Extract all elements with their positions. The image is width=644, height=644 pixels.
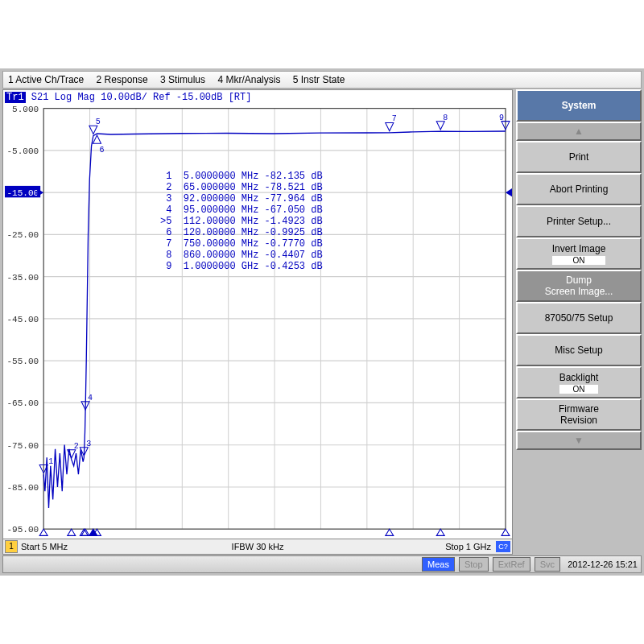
backlight-label: Backlight [559,372,599,383]
s21-chart: 5.000-5.000-15.00-25.00-35.00-45.00-55.0… [3,90,512,554]
status-extref: ExtRef [493,557,530,572]
menu-stimulus[interactable]: 3 Stimulus [155,72,210,88]
svg-text:4: 4 [88,394,93,402]
correction-badge[interactable]: C? [496,541,510,552]
plot-footer: 1 Start 5 MHz IFBW 30 kHz Stop 1 GHz C? [3,539,512,554]
status-bar: Meas Stop ExtRef Svc 2012-12-26 15:21 [2,555,642,573]
svg-text:-95.00: -95.00 [6,525,39,535]
plot-panel[interactable]: Tr1 S21 Log Mag 10.00dB/ Ref -15.00dB [R… [2,89,513,555]
menu-mkr-analysis[interactable]: 4 Mkr/Analysis [213,72,285,88]
svg-text:7: 7 [392,114,397,123]
menu-response[interactable]: 2 Response [92,72,153,88]
svg-text:-5.000: -5.000 [6,147,39,156]
svg-marker-45 [93,135,101,143]
svg-text:-65.00: -65.00 [6,398,39,408]
softkey-title: System [516,89,642,122]
printer-setup-button[interactable]: Printer Setup... [516,205,642,237]
invert-image-button[interactable]: Invert ImageON [516,237,642,270]
menu-instr-state[interactable]: 5 Instr State [288,72,350,88]
abort-printing-button[interactable]: Abort Printing [516,173,642,205]
firmware-revision-button[interactable]: Firmware Revision [516,398,642,431]
backlight-button[interactable]: BacklightON [516,366,642,398]
svg-text:-45.00: -45.00 [6,315,39,324]
app-window: 1 Active Ch/Trace 2 Response 3 Stimulus … [0,68,644,576]
invert-image-label: Invert Image [552,243,606,254]
status-meas[interactable]: Meas [422,557,455,572]
status-stop[interactable]: Stop [459,557,489,572]
content-area: Tr1 S21 Log Mag 10.00dB/ Ref -15.00dB [R… [2,89,642,555]
87050-75-setup-button[interactable]: 87050/75 Setup [516,302,642,334]
stop-freq-label: Stop 1 GHz [445,539,491,554]
svg-marker-63 [502,529,510,535]
svg-text:-35.00: -35.00 [6,273,39,283]
svg-marker-58 [81,529,89,535]
svg-marker-47 [386,122,394,130]
svg-marker-53 [37,188,43,196]
backlight-value: ON [559,385,599,394]
svg-text:-25.00: -25.00 [6,230,39,240]
svg-text:5: 5 [96,118,101,126]
svg-text:6: 6 [99,145,104,154]
softkey-scroll-down[interactable]: ▼ [516,431,642,450]
main-menubar[interactable]: 1 Active Ch/Trace 2 Response 3 Stimulus … [2,71,642,89]
svg-marker-43 [89,126,97,134]
menu-active-ch[interactable]: 1 Active Ch/Trace [3,72,89,88]
svg-text:1: 1 [48,456,53,465]
status-svc: Svc [535,557,560,572]
svg-text:-15.00: -15.00 [6,188,39,198]
svg-marker-54 [506,188,512,196]
svg-text:5.000: 5.000 [12,105,39,114]
print-button[interactable]: Print [516,141,642,173]
svg-text:-75.00: -75.00 [6,441,39,451]
invert-image-value: ON [552,256,606,265]
svg-marker-57 [80,529,88,535]
svg-text:8: 8 [443,114,448,122]
misc-setup-button[interactable]: Misc Setup [516,334,642,366]
softkey-sidebar: System ▲ Print Abort Printing Printer Se… [516,89,642,555]
svg-text:-85.00: -85.00 [6,483,39,493]
svg-marker-56 [68,529,76,535]
svg-marker-61 [386,529,394,535]
dump-screen-image-button[interactable]: Dump Screen Image... [516,270,642,302]
svg-text:-55.00: -55.00 [6,357,39,366]
svg-text:2: 2 [74,442,79,451]
ifbw-label: IFBW 30 kHz [3,539,512,554]
marker-readout-table: 1 5.0000000 MHz -82.135 dB 2 65.000000 M… [160,171,323,272]
svg-marker-55 [39,529,47,535]
svg-text:9: 9 [499,113,504,122]
svg-marker-49 [436,122,444,130]
svg-text:3: 3 [86,440,91,448]
softkey-scroll-up[interactable]: ▲ [516,122,642,141]
status-datetime: 2012-12-26 15:21 [563,559,638,569]
svg-marker-62 [436,529,444,535]
